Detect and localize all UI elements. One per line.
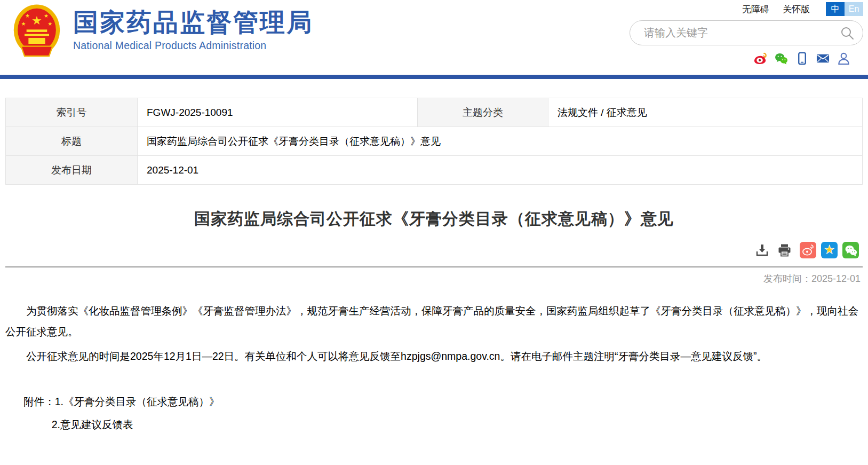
svg-text:★: ★ (31, 14, 42, 27)
publish-time-label: 发布时间： (763, 273, 811, 284)
svg-text:★: ★ (21, 21, 26, 27)
attachment-link-2[interactable]: 2.意见建议反馈表 (52, 414, 133, 435)
article-body: 为贯彻落实《化妆品监督管理条例》《牙膏监督管理办法》，规范牙膏生产经营活动，保障… (5, 301, 863, 435)
site-brand: ★ ★ ★ ★ ★ 国家药品监督管理局 National Medical Pro… (12, 3, 313, 60)
search-icon[interactable] (840, 26, 854, 40)
share-qzone-icon[interactable]: ★ (821, 242, 838, 258)
attachments-label: 附件： (23, 391, 55, 412)
national-emblem-logo: ★ ★ ★ ★ ★ (12, 3, 61, 60)
download-icon[interactable] (755, 243, 769, 257)
search-box (630, 20, 863, 45)
publish-time: 发布时间：2025-12-01 (5, 272, 863, 285)
paragraph: 公开征求意见的时间是2025年12月1日—22日。有关单位和个人可以将意见反馈至… (5, 346, 863, 367)
main-content: 索引号 FGWJ-2025-10091 主题分类 法规文件 / 征求意见 标题 … (0, 98, 868, 435)
site-header: ★ ★ ★ ★ ★ 国家药品监督管理局 National Medical Pro… (0, 0, 868, 75)
site-title-cn: 国家药品监督管理局 (73, 9, 313, 36)
article-title: 国家药监局综合司公开征求《牙膏分类目录（征求意见稿）》意见 (5, 208, 863, 230)
search-input[interactable] (643, 26, 840, 40)
header-divider-bar (0, 75, 868, 79)
share-wechat-icon[interactable] (842, 242, 859, 258)
doc-title-value: 国家药监局综合司公开征求《牙膏分类目录（征求意见稿）》意见 (138, 127, 863, 156)
accessibility-link[interactable]: 无障碍 (742, 3, 769, 15)
svg-text:★: ★ (25, 13, 30, 19)
index-number-label: 索引号 (6, 98, 138, 127)
table-row: 发布日期 2025-12-01 (6, 156, 863, 185)
site-title-en: National Medical Products Administration (73, 40, 313, 52)
header-right: 无障碍 关怀版 中 En (607, 0, 863, 65)
paragraph: 为贯彻落实《化妆品监督管理条例》《牙膏监督管理办法》，规范牙膏生产经营活动，保障… (5, 301, 863, 342)
index-number-value: FGWJ-2025-10091 (138, 98, 418, 127)
weibo-icon[interactable] (754, 52, 767, 65)
lang-zh-button[interactable]: 中 (826, 2, 845, 16)
page: ★ ★ ★ ★ ★ 国家药品监督管理局 National Medical Pro… (0, 0, 868, 465)
content-divider (5, 266, 863, 267)
publish-time-value: 2025-12-01 (811, 273, 861, 284)
wechat-icon[interactable] (775, 52, 788, 65)
print-icon[interactable] (777, 243, 792, 257)
brand-text: 国家药品监督管理局 National Medical Products Admi… (73, 3, 313, 52)
share-weibo-icon[interactable] (800, 242, 816, 258)
document-meta-table: 索引号 FGWJ-2025-10091 主题分类 法规文件 / 征求意见 标题 … (5, 98, 863, 185)
doc-title-label: 标题 (6, 127, 138, 156)
social-icons-row (607, 52, 863, 65)
lang-en-button[interactable]: En (845, 2, 863, 16)
language-switch: 中 En (826, 2, 863, 16)
care-version-link[interactable]: 关怀版 (783, 3, 810, 15)
attachment-link-1[interactable]: 1.《牙膏分类目录（征求意见稿）》 (55, 391, 220, 412)
table-row: 索引号 FGWJ-2025-10091 主题分类 法规文件 / 征求意见 (6, 98, 863, 127)
publish-date-value: 2025-12-01 (138, 156, 863, 185)
topic-category-label: 主题分类 (418, 98, 548, 127)
svg-text:★: ★ (824, 243, 835, 256)
svg-text:★: ★ (44, 13, 49, 19)
article-toolbar: ★ (5, 242, 863, 258)
attachment-line: 2.意见建议反馈表 (52, 414, 863, 435)
top-links: 无障碍 关怀版 中 En (607, 0, 863, 16)
publish-date-label: 发布日期 (6, 156, 138, 185)
svg-text:★: ★ (47, 21, 52, 27)
user-icon[interactable] (837, 52, 850, 65)
mail-icon[interactable] (816, 52, 830, 65)
attachments-section: 附件： 1.《牙膏分类目录（征求意见稿）》 2.意见建议反馈表 (5, 391, 863, 435)
topic-category-value: 法规文件 / 征求意见 (548, 98, 863, 127)
attachment-line: 附件： 1.《牙膏分类目录（征求意见稿）》 (5, 391, 863, 412)
mobile-icon[interactable] (795, 52, 809, 65)
table-row: 标题 国家药监局综合司公开征求《牙膏分类目录（征求意见稿）》意见 (6, 127, 863, 156)
